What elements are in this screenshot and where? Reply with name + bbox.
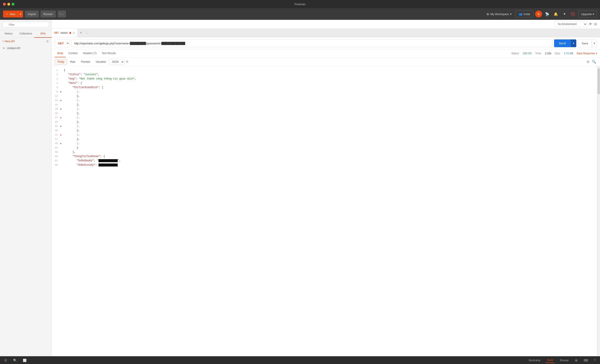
workspace-selector[interactable]: ⊞ My Workspace ▾ bbox=[485, 11, 514, 17]
help-button[interactable]: ? bbox=[593, 358, 597, 363]
env-settings-button[interactable]: ⚙ bbox=[594, 22, 597, 26]
line-num-12: 12 bbox=[52, 94, 60, 98]
format-raw-button[interactable]: Raw bbox=[67, 59, 78, 64]
line-content-48: {… bbox=[64, 142, 597, 146]
search-bottom-button[interactable]: 🔍 bbox=[12, 358, 18, 363]
format-preview-button[interactable]: Preview bbox=[78, 59, 93, 64]
line-num-47: 47 bbox=[52, 137, 60, 141]
expand-47 bbox=[60, 137, 64, 138]
line-content-5: "ChiTietGiaoDich": [ bbox=[64, 85, 597, 90]
fork-arrow: ▾ bbox=[62, 12, 64, 16]
scroll-thumb[interactable] bbox=[598, 68, 600, 94]
refresh-button[interactable]: ↻ bbox=[46, 40, 49, 43]
expand-41[interactable]: ▶ bbox=[60, 133, 64, 137]
keyboard-button[interactable]: ⌨ bbox=[582, 358, 589, 363]
code-line-4: 4 "data": { bbox=[52, 81, 597, 85]
save-arrow-button[interactable]: ▾ bbox=[592, 39, 597, 47]
line-content-6: {… bbox=[64, 90, 597, 94]
expand-27[interactable]: ▶ bbox=[60, 116, 64, 119]
response-tab-test-results[interactable]: Test Results bbox=[99, 50, 118, 57]
sidebar-search-area: 🔍 bbox=[0, 20, 52, 30]
scroll-track[interactable] bbox=[597, 66, 600, 356]
expand-56 bbox=[60, 155, 64, 155]
new-button[interactable]: ＋ New ▾ bbox=[3, 10, 23, 18]
sidebar-tabs: History Collections APIs bbox=[0, 30, 52, 38]
url-input[interactable] bbox=[71, 39, 552, 47]
line-content-4: "data": { bbox=[64, 81, 597, 85]
upgrade-label: Upgrade bbox=[581, 12, 592, 16]
save-button[interactable]: Save bbox=[578, 39, 592, 47]
sidebar-tab-collections[interactable]: Collections bbox=[17, 30, 35, 38]
traffic-lights bbox=[3, 3, 14, 6]
wrap-button[interactable]: ≡ bbox=[125, 59, 130, 64]
sidebar-actions: + New API ↻ bbox=[0, 38, 52, 45]
new-api-button[interactable]: + New API bbox=[3, 40, 15, 43]
expand-19 bbox=[60, 103, 64, 103]
line-num-56: 56 bbox=[52, 155, 60, 159]
upgrade-button[interactable]: Upgrade ▾ bbox=[578, 10, 597, 18]
line-num-41: 41 bbox=[52, 133, 60, 137]
new-button-main[interactable]: ＋ New bbox=[3, 10, 18, 18]
response-tab-body[interactable]: Body bbox=[55, 50, 66, 57]
sidebar-tab-history[interactable]: History bbox=[0, 30, 17, 38]
tab-add-button[interactable]: + bbox=[78, 29, 84, 37]
expand-1 bbox=[60, 68, 64, 69]
invite-label: Invite bbox=[524, 12, 530, 16]
maximize-button[interactable] bbox=[12, 3, 14, 6]
copy-icon-button[interactable]: ⧉ bbox=[586, 59, 590, 65]
expand-55 bbox=[60, 150, 64, 151]
minimize-button[interactable] bbox=[7, 3, 10, 6]
method-select[interactable]: GET bbox=[55, 39, 70, 47]
heart-button[interactable]: ♥ bbox=[561, 10, 568, 18]
tab-more-button[interactable]: ··· bbox=[84, 29, 90, 37]
format-visualize-button[interactable]: Visualize bbox=[93, 59, 109, 64]
invite-button[interactable]: 👥 Invite bbox=[516, 10, 534, 18]
console-button[interactable]: ⬜ bbox=[22, 358, 28, 363]
fork-button[interactable]: ⑂ ▾ bbox=[57, 10, 66, 18]
split-view-button[interactable]: ⊞ bbox=[574, 358, 579, 363]
sidebar-tab-apis[interactable]: APIs bbox=[34, 30, 52, 38]
send-button[interactable]: Send bbox=[554, 39, 571, 47]
runner-button[interactable]: Runner bbox=[40, 10, 56, 18]
code-line-2: 2 "status": "success", bbox=[52, 73, 597, 77]
line-content-12: }, bbox=[64, 94, 597, 98]
interceptor-button[interactable]: 📡 bbox=[544, 10, 551, 18]
import-button[interactable]: Import bbox=[25, 10, 39, 18]
workspace-label: My Workspace bbox=[490, 12, 509, 16]
people-icon: 👥 bbox=[519, 12, 522, 16]
sidebar-toggle-button[interactable]: ☰ bbox=[3, 358, 9, 363]
response-tab-headers[interactable]: Headers (7) bbox=[80, 50, 99, 57]
code-line-12: 12 }, bbox=[52, 94, 597, 99]
env-select[interactable]: No Environment bbox=[555, 21, 587, 27]
expand-48[interactable]: ▶ bbox=[60, 142, 64, 146]
new-button-arrow[interactable]: ▾ bbox=[18, 10, 23, 18]
close-button[interactable] bbox=[3, 3, 6, 6]
settings-icon[interactable]: 🚫 bbox=[570, 10, 577, 18]
save-response-button[interactable]: Save Response ▾ bbox=[577, 52, 597, 55]
send-arrow-button[interactable]: ▾ bbox=[571, 39, 576, 47]
code-area: 1 { 2 "status": "success", 3 bbox=[52, 66, 597, 356]
notifications-button[interactable]: 🔔 bbox=[552, 10, 559, 18]
line-num-19: 19 bbox=[52, 103, 60, 107]
build-tab[interactable]: Build bbox=[546, 358, 555, 363]
expand-34[interactable]: ▶ bbox=[60, 124, 64, 128]
line-content-1: { bbox=[64, 68, 597, 72]
bootcamp-tab[interactable]: Bootcamp bbox=[527, 358, 542, 363]
expand-20[interactable]: ▶ bbox=[60, 107, 64, 111]
env-eye-button[interactable]: 👁 bbox=[589, 22, 592, 26]
sidebar-item-untitled-api[interactable]: ⚭ Untitled API bbox=[0, 45, 52, 52]
code-line-58: 58 "SoDuCuoiKy": ████ bbox=[52, 163, 597, 167]
browse-tab[interactable]: Browse bbox=[558, 358, 570, 363]
search-response-button[interactable]: 🔍 bbox=[591, 59, 597, 65]
expand-13[interactable]: ▶ bbox=[60, 99, 64, 102]
line-num-6: 6 bbox=[52, 90, 60, 94]
request-tab-0[interactable]: GET nmnm × bbox=[52, 29, 78, 37]
sync-icon[interactable]: ↻ bbox=[535, 10, 542, 18]
expand-6[interactable]: ▶ bbox=[60, 90, 64, 94]
sidebar-search-input[interactable] bbox=[3, 22, 49, 27]
code-line-3: 3 "msg": "Get thành công thông tin giao … bbox=[52, 77, 597, 81]
format-pretty-button[interactable]: Pretty bbox=[55, 59, 67, 65]
format-type-select[interactable]: JSON bbox=[109, 59, 124, 65]
response-tab-cookies[interactable]: Cookies bbox=[66, 50, 80, 57]
tab-close-icon[interactable]: × bbox=[73, 31, 75, 35]
